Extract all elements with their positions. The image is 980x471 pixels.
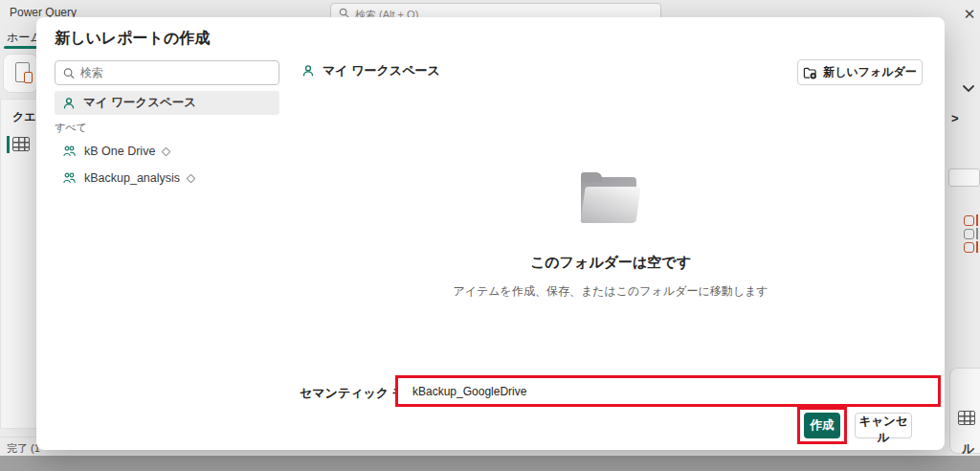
endorsement-badge-icon	[187, 173, 196, 183]
search-icon	[63, 67, 75, 79]
person-icon	[62, 97, 76, 110]
sidebar-item-label: マイ ワークスペース	[83, 95, 196, 111]
breadcrumb-label: マイ ワークスペース	[323, 62, 440, 79]
model-name-input[interactable]	[398, 385, 938, 398]
empty-folder-icon	[579, 173, 642, 227]
chevron-down-icon[interactable]	[961, 80, 976, 96]
dialog-title: 新しいレポートの作成	[55, 29, 210, 49]
document-icon	[15, 62, 30, 82]
workspace-search-input[interactable]	[80, 66, 271, 79]
close-icon[interactable]: ✕	[959, 4, 980, 25]
bottom-band	[0, 456, 980, 471]
new-source-button[interactable]	[3, 54, 38, 93]
sidebar-item-workspace[interactable]: kB One Drive	[55, 139, 279, 164]
workspace-search-box[interactable]	[55, 60, 279, 85]
create-button[interactable]: 作成	[804, 413, 840, 438]
model-name-annotation-box	[395, 375, 941, 407]
sidebar-item-label: kBackup_analysis	[84, 171, 180, 185]
new-folder-icon	[803, 66, 817, 79]
sidebar-item-my-workspace[interactable]: マイ ワークスペース	[55, 91, 279, 115]
sidebar-section-label: すべて	[55, 121, 87, 135]
breadcrumb: マイ ワークスペース	[301, 62, 440, 79]
empty-state-subtitle: アイテムを作成、保存、またはこのフォルダーに移動します	[228, 283, 980, 300]
queries-panel-label: クエ	[12, 109, 36, 125]
new-folder-button-label: 新しいフォルダー	[823, 64, 917, 80]
endorsement-badge-icon	[162, 146, 171, 156]
create-report-dialog: 新しいレポートの作成 マイ ワークスペース すべて kB One Drive k…	[36, 17, 945, 450]
create-button-annotation-box: 作成	[797, 407, 847, 444]
table-view-icon[interactable]	[958, 411, 975, 425]
people-icon	[62, 145, 77, 158]
sidebar-item-label: kB One Drive	[84, 145, 155, 158]
empty-folder-state: このフォルダーは空です アイテムを作成、保存、またはこのフォルダーに移動します	[228, 173, 980, 300]
new-folder-button[interactable]: 新しいフォルダー	[797, 59, 923, 85]
table-icon[interactable]	[12, 137, 30, 151]
empty-state-title: このフォルダーは空です	[228, 254, 980, 272]
chevron-right-icon[interactable]: >	[951, 111, 965, 124]
query-selected-bar	[7, 136, 10, 153]
person-icon	[301, 64, 315, 78]
people-icon	[62, 171, 77, 185]
status-text: 完了 (1	[7, 441, 40, 456]
cancel-button[interactable]: キャンセル	[855, 413, 912, 438]
